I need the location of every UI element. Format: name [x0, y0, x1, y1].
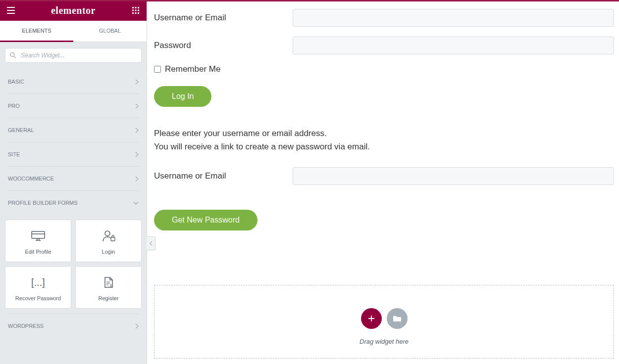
recover-username-label: Username or Email	[154, 171, 293, 181]
tab-global[interactable]: GLOBAL	[73, 21, 147, 42]
login-icon	[101, 229, 116, 243]
form-row-username: Username or Email	[154, 9, 614, 27]
widget-label: Recover Password	[15, 295, 61, 301]
username-input[interactable]	[293, 9, 614, 27]
add-template-button[interactable]	[387, 308, 408, 329]
svg-rect-11	[32, 231, 45, 238]
widget-register[interactable]: $ Register	[75, 266, 142, 309]
chevron-right-icon	[135, 323, 139, 329]
search-icon	[10, 52, 16, 59]
chevron-right-icon	[135, 103, 139, 109]
apps-grid-button[interactable]	[129, 3, 143, 17]
svg-rect-17	[111, 237, 115, 241]
register-icon: $	[102, 275, 115, 289]
hamburger-menu-button[interactable]	[4, 3, 18, 17]
svg-rect-8	[138, 12, 139, 14]
widget-label: Login	[102, 249, 115, 255]
category-site[interactable]: SITE	[8, 142, 139, 167]
help-line-2: You will receive a link to create a new …	[154, 140, 614, 153]
recover-help-text: Please enter your username or email addr…	[154, 127, 614, 153]
svg-rect-3	[132, 10, 134, 11]
recover-password-icon: [...]	[31, 275, 45, 289]
hamburger-icon	[7, 7, 15, 14]
category-label: WOOCOMMERCE	[8, 176, 54, 182]
category-general[interactable]: GENERAL	[8, 118, 139, 142]
category-label: PRO	[8, 103, 20, 109]
username-label: Username or Email	[154, 13, 293, 23]
category-profile-builder-forms[interactable]: PROFILE BUILDER FORMS	[8, 191, 139, 215]
category-woocommerce[interactable]: WOOCOMMERCE	[8, 167, 139, 191]
svg-line-10	[14, 56, 16, 58]
password-label: Password	[154, 41, 293, 50]
category-wordpress[interactable]: WORDPRESS	[8, 314, 139, 338]
category-list-bottom: WORDPRESS	[0, 314, 147, 338]
password-input[interactable]	[293, 37, 614, 54]
app-root: elementor ELEMENTS GLOBAL BASIC	[0, 0, 619, 364]
chevron-right-icon	[135, 128, 139, 133]
brand-logo: elementor	[51, 5, 96, 16]
chevron-right-icon	[135, 79, 139, 85]
widget-dropzone[interactable]: Drag widget here	[154, 285, 614, 359]
panel-tabs: ELEMENTS GLOBAL	[0, 21, 147, 42]
svg-rect-5	[138, 10, 139, 11]
category-list: BASIC PRO GENERAL SITE	[0, 67, 147, 215]
form-row-recover-username: Username or Email	[154, 167, 614, 185]
login-button[interactable]: Log In	[154, 86, 211, 107]
help-line-1: Please enter your username or email addr…	[154, 127, 614, 140]
widget-label: Edit Profile	[25, 249, 51, 255]
svg-text:$: $	[110, 284, 112, 287]
recover-username-input[interactable]	[293, 167, 614, 185]
svg-rect-2	[138, 7, 139, 8]
category-label: GENERAL	[8, 127, 34, 133]
widget-grid: Edit Profile Login [...] Recover Passwor…	[0, 215, 147, 314]
chevron-right-icon	[135, 176, 139, 182]
widget-login[interactable]: Login	[75, 220, 142, 262]
widget-edit-profile[interactable]: Edit Profile	[5, 220, 71, 262]
apps-grid-icon	[132, 7, 139, 14]
window-top-border	[0, 0, 619, 1]
svg-rect-7	[135, 12, 136, 14]
remember-me-checkbox[interactable]	[154, 66, 161, 73]
search-wrap	[0, 42, 147, 67]
category-label: BASIC	[8, 79, 24, 85]
login-form-widget[interactable]: Username or Email Password Remember Me L…	[154, 9, 614, 107]
editor-canvas: Username or Email Password Remember Me L…	[147, 0, 619, 364]
svg-point-16	[105, 231, 110, 236]
search-box	[5, 48, 142, 63]
category-label: PROFILE BUILDER FORMS	[8, 200, 78, 206]
category-label: SITE	[8, 151, 20, 157]
chevron-down-icon	[133, 201, 139, 205]
plus-icon	[367, 315, 375, 322]
search-input[interactable]	[5, 48, 142, 63]
sidebar-header: elementor	[0, 0, 147, 21]
remember-me-row: Remember Me	[154, 64, 614, 74]
form-row-password: Password	[154, 37, 614, 54]
category-basic[interactable]: BASIC	[8, 70, 139, 94]
svg-rect-4	[135, 10, 136, 11]
elementor-sidebar: elementor ELEMENTS GLOBAL BASIC	[0, 0, 147, 364]
dropzone-hint: Drag widget here	[360, 338, 409, 345]
widget-label: Register	[99, 295, 119, 301]
dropzone-buttons	[361, 308, 408, 329]
recover-password-widget[interactable]: Please enter your username or email addr…	[154, 127, 614, 230]
svg-rect-0	[132, 7, 134, 8]
tab-elements[interactable]: ELEMENTS	[0, 21, 73, 42]
svg-rect-6	[132, 12, 134, 14]
category-pro[interactable]: PRO	[8, 94, 139, 118]
chevron-left-icon	[150, 241, 153, 246]
category-label: WORDPRESS	[8, 323, 44, 329]
svg-point-9	[10, 53, 14, 57]
svg-rect-1	[135, 7, 136, 8]
get-new-password-button[interactable]: Get New Password	[154, 210, 258, 230]
chevron-right-icon	[135, 152, 139, 157]
edit-profile-icon	[31, 229, 46, 243]
collapse-sidebar-handle[interactable]	[147, 236, 155, 250]
add-section-button[interactable]	[361, 308, 382, 329]
remember-me-label: Remember Me	[165, 64, 220, 74]
widget-recover-password[interactable]: [...] Recover Password	[5, 266, 71, 309]
folder-icon	[393, 315, 402, 322]
